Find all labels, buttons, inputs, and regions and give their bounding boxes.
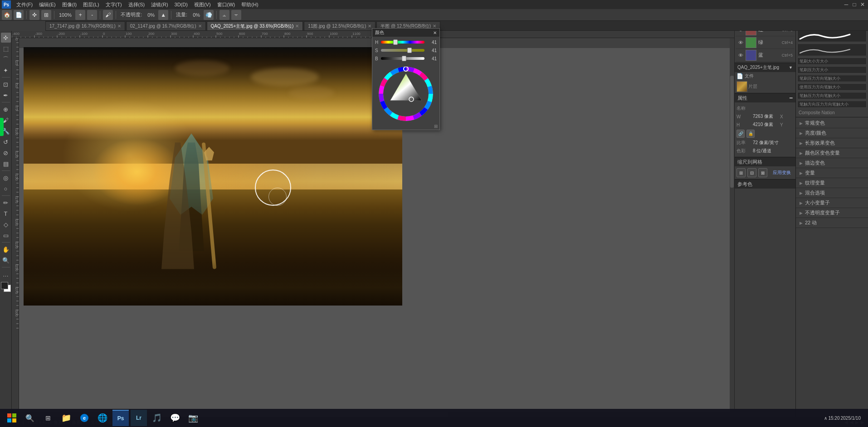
bri-track[interactable] [381,57,424,60]
hue-track[interactable] [381,41,424,44]
taskbar-app-2[interactable]: 💬 [167,410,183,426]
color-panel-header[interactable]: 颜色 ✕ [372,29,439,37]
menu-filter[interactable]: 滤镜(R) [148,0,171,9]
sidebar-adj-9[interactable]: ▶ 大小变量子 [796,198,868,208]
menu-image[interactable]: 图像(I) [59,0,79,9]
tab-close-1[interactable]: ✕ [198,24,202,29]
sidebar-adj-3[interactable]: ▶ 长形效果变色 [796,138,868,148]
menu-edit[interactable]: 编辑(E) [36,0,59,9]
scale-apply[interactable]: 应用变换 [773,170,791,176]
tab-2[interactable]: QAQ_2025+主笔.jpg @ 33.6%(RGB/8位) ✕ [207,21,303,30]
color-wheel-container[interactable] [379,67,433,121]
tool-path-btn[interactable]: ◇ [1,219,11,229]
menu-3d[interactable]: 3D(D) [172,1,190,8]
zoom-in[interactable]: + [75,10,85,20]
tool-extra-btn[interactable]: … [1,269,11,279]
brush-stroke-preview-2[interactable] [797,44,867,56]
foreground-color-swatch[interactable] [1,282,8,289]
vertical-scrollbar-thumb[interactable] [730,76,734,188]
layer-panel-icon[interactable]: ▼ [789,65,793,70]
layer-eye-blue[interactable]: 👁 [737,52,744,58]
app-icon[interactable]: Ps [2,0,11,9]
brush-stroke-preview-7[interactable]: 笔触压力方向笔触大小 [797,92,867,99]
taskbar-app-3[interactable]: 📷 [185,410,201,426]
menu-help[interactable]: 帮助(H) [239,0,261,9]
color-panel-expand[interactable]: ⊞ [434,124,438,129]
tab-close-3[interactable]: ✕ [368,24,371,29]
sat-thumb[interactable] [407,48,412,53]
tool-transform[interactable]: ⊞ [41,10,51,20]
tool-crop-btn[interactable]: ⊡ [1,79,11,89]
brush-stroke-preview-8[interactable]: 笔触方向压力方向笔触大小 [797,101,867,108]
color-panel-close[interactable]: ✕ [433,30,437,35]
brush-stroke-preview-6[interactable]: 使用压力方向笔触大小 [797,83,867,91]
menu-layer[interactable]: 图层(L) [80,0,102,9]
tab-0[interactable]: 17_7147.jpg @ 16.7%(RGB/8位) ✕ [45,21,125,30]
search-button[interactable]: 🔍 [22,410,38,426]
tool-history-btn[interactable]: ↺ [1,137,11,147]
tab-1[interactable]: 02_1147.jpg @ 16.7%(RGB/8位) ✕ [126,21,206,30]
sidebar-adj-1[interactable]: ▶ 常规变色 [796,118,868,128]
tool-blur-btn[interactable]: ◎ [1,173,11,183]
brush-stroke-preview-1[interactable] [797,29,867,42]
sat-track[interactable] [381,49,424,52]
taskbar-chrome[interactable]: 🌐 [94,410,111,426]
sidebar-adj-4[interactable]: ▶ 颜色区变色变量 [796,148,868,158]
brush-tool[interactable]: 🖌 [103,10,113,20]
tool-pen-btn[interactable]: ✏ [1,198,11,208]
sidebar-adj-7[interactable]: ▶ 纹理变量 [796,178,868,188]
layer-eye-green[interactable]: 👁 [737,39,744,46]
tool-dodge-btn[interactable]: ○ [1,184,11,194]
tool-lasso-btn[interactable]: ⌒ [1,54,11,64]
tool-magic-wand-btn[interactable]: ✦ [1,65,11,75]
task-view[interactable]: ⊞ [40,410,56,426]
menu-select[interactable]: 选择(S) [126,0,148,9]
vertical-scrollbar[interactable] [730,38,734,412]
window-close[interactable]: ✕ [859,1,866,8]
lock-icon[interactable]: 🔒 [746,130,755,138]
tool-hand-btn[interactable]: ✋ [1,244,11,254]
hue-thumb[interactable] [393,39,398,45]
color-wheel[interactable] [379,67,433,121]
taskbar-app-1[interactable]: 🎵 [149,410,165,426]
tab-close-0[interactable]: ✕ [117,24,121,29]
align-center[interactable]: ⫟ [231,10,241,20]
sidebar-adj-2[interactable]: ▶ 亮度/颜色 [796,128,868,138]
bri-thumb[interactable] [402,56,406,61]
tab-close-2[interactable]: ✕ [295,24,299,29]
taskbar-lightroom[interactable]: Lr [131,410,147,426]
sidebar-adj-8[interactable]: ▶ 混合选项 [796,188,868,198]
layer-item-blue[interactable]: 👁 蓝 Ctrl+5 [736,49,795,62]
menu-file[interactable]: 文件(F) [14,0,35,9]
taskbar-edge[interactable]: e [76,410,93,426]
taskbar-folder[interactable]: 📁 [58,410,74,426]
tray-up-arrow[interactable]: ∧ [824,416,827,421]
sidebar-adj-6[interactable]: ▶ 变量 [796,168,868,178]
tab-3[interactable]: 11图.jpg @ 12.5%(RGB/8位) ✕ [304,21,375,30]
airbrush-toggle[interactable]: 💨 [204,10,214,20]
reference-header[interactable]: 参考色 [735,180,795,189]
tool-eraser-btn[interactable]: ⊘ [1,148,11,158]
tool-spot-heal-btn[interactable]: ⊕ [1,104,11,114]
sidebar-adj-10[interactable]: ▶ 不透明度变量子 [796,208,868,218]
home-button[interactable]: 🏠 [2,10,12,20]
window-maximize[interactable]: □ [851,1,858,8]
tool-marquee-btn[interactable]: ⬚ [1,44,11,53]
layer-panel-header[interactable]: QAQ_2025+主笔.jpg ▼ [735,63,795,72]
canvas-image[interactable] [24,47,402,306]
new-button[interactable]: 📄 [14,10,24,20]
sidebar-adj-11[interactable]: ▶ 22 动 [796,218,868,228]
opacity-up[interactable]: ▲ [158,10,168,20]
green-edge-tab[interactable] [0,118,4,136]
brush-stroke-preview-3[interactable]: 笔刷大小方大小 [797,58,867,65]
link-icon[interactable]: 🔗 [736,130,745,138]
start-button[interactable] [4,410,20,426]
layer-item-green[interactable]: 👁 绿 Ctrl+4 [736,36,795,49]
tool-move[interactable]: ✜ [29,10,39,20]
zoom-out[interactable]: - [87,10,97,20]
grid-icon-1[interactable]: ⊞ [736,168,746,177]
grid-icon-3[interactable]: ⊠ [758,168,767,177]
align-left[interactable]: ⫠ [219,10,229,20]
brush-stroke-preview-5[interactable]: 笔刷压力方向笔触大小 [797,75,867,82]
menu-view[interactable]: 视图(V) [191,0,214,9]
